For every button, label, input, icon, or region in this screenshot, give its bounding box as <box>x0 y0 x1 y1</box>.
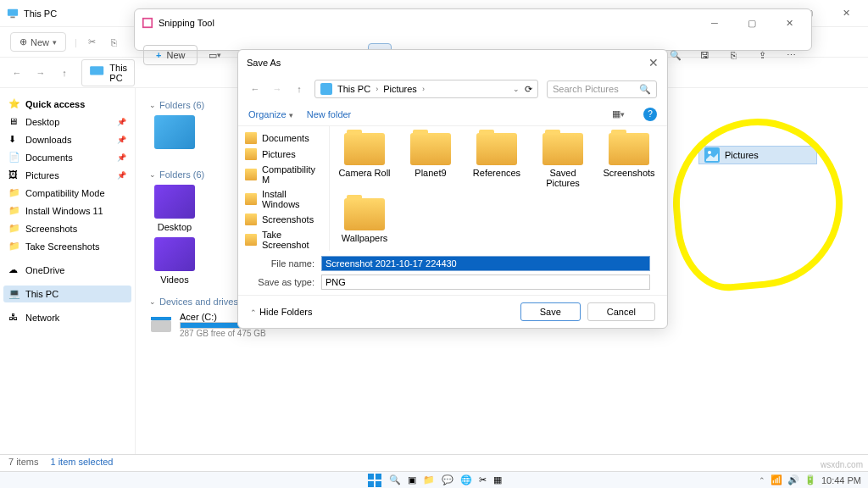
explorer-statusbar: 7 items 1 item selected <box>0 454 868 471</box>
saveas-search[interactable]: Search Pictures🔍 <box>547 80 657 98</box>
svg-point-6 <box>708 151 711 154</box>
taskbar[interactable]: 🔍 ▣ 📁 💬 🌐 ✂ ▦ ⌃ 📶 🔊 🔋 10:44 PM <box>0 471 868 488</box>
explorer-sidebar: ⭐ Quick access 🖥 Desktop 📌 ⬇ Downloads 📌… <box>0 88 136 454</box>
more-button[interactable]: ⋯ <box>779 43 803 67</box>
sidebar-item-quick-access[interactable]: ⭐ Quick access <box>3 96 131 113</box>
folder-icon <box>344 198 385 230</box>
sidebar-item-pictures[interactable]: 🖼 Pictures 📌 <box>3 167 131 184</box>
mode-dropdown[interactable]: ▭▾ <box>203 43 226 67</box>
desktop-tile[interactable]: Desktop <box>149 185 200 232</box>
documents-icon: 📄 <box>8 152 20 164</box>
copy-icon[interactable]: ⎘ <box>108 37 121 47</box>
snip-close[interactable]: ✕ <box>774 13 804 33</box>
saveas-back[interactable]: ← <box>248 84 262 94</box>
view-dropdown[interactable]: ▦ ▾ <box>606 103 630 126</box>
battery-icon[interactable]: 🔋 <box>804 474 816 485</box>
hide-folders-toggle[interactable]: ⌃ Hide Folders <box>250 307 312 317</box>
svg-rect-4 <box>151 317 171 320</box>
sidebar-item-network[interactable]: 🖧 Network <box>3 309 131 326</box>
wifi-icon[interactable]: 📶 <box>771 474 782 485</box>
folder-icon: 📁 <box>8 187 20 199</box>
sidebar-item-this-pc[interactable]: 💻 This PC <box>3 286 131 302</box>
folder-tile[interactable] <box>149 115 200 152</box>
pictures-item-highlighted[interactable]: Pictures <box>698 146 817 164</box>
back-button[interactable]: ← <box>10 68 24 78</box>
volume-icon[interactable]: 🔊 <box>787 474 799 485</box>
address-bar[interactable]: This PC <box>81 59 135 86</box>
network-icon: 🖧 <box>8 312 20 324</box>
app-icon[interactable]: ▦ <box>493 474 502 485</box>
sidebar-item-desktop[interactable]: 🖥 Desktop 📌 <box>3 114 131 130</box>
folder-references[interactable]: References <box>469 133 525 188</box>
sidebar-item-take-screenshots[interactable]: 📁 Take Screenshots <box>3 238 131 255</box>
saveas-sidebar-pictures[interactable]: Pictures <box>242 147 326 162</box>
saveas-sidebar-documents[interactable]: Documents <box>242 130 326 146</box>
help-button[interactable]: ? <box>643 108 657 121</box>
sidebar-item-screenshots[interactable]: 📁 Screenshots <box>3 220 131 237</box>
saveas-sidebar-install-windows[interactable]: Install Windows <box>242 187 326 211</box>
folder-icon: 📁 <box>8 241 20 252</box>
system-tray[interactable]: ⌃ 📶 🔊 🔋 10:44 PM <box>759 474 861 485</box>
svg-rect-7 <box>143 19 153 28</box>
folder-icon <box>245 132 257 144</box>
cancel-button[interactable]: Cancel <box>587 302 655 321</box>
saveas-forward[interactable]: → <box>270 84 284 94</box>
save-confirm-button[interactable]: Save <box>520 302 581 321</box>
saveas-sidebar: Documents Pictures Compatibility M Insta… <box>238 126 330 251</box>
newfolder-button[interactable]: New folder <box>307 109 352 119</box>
explorer-title: This PC <box>24 8 57 19</box>
saveas-sidebar-compatibility-m[interactable]: Compatibility M <box>242 163 326 186</box>
sidebar-item-downloads[interactable]: ⬇ Downloads 📌 <box>3 131 131 148</box>
snip-maximize[interactable]: ▢ <box>737 13 767 33</box>
videos-tile[interactable]: Videos <box>149 237 200 285</box>
saveas-folder-view[interactable]: Camera Roll Planet9 References Saved Pic… <box>330 126 667 251</box>
saveas-address-bar[interactable]: This PC› Pictures› ⌄ ⟳ <box>314 80 538 98</box>
teams-icon[interactable]: 💬 <box>442 474 453 485</box>
folder-icon <box>245 148 257 160</box>
folder-planet9[interactable]: Planet9 <box>403 133 459 188</box>
folder-saved-pictures[interactable]: Saved Pictures <box>535 133 591 188</box>
filename-input[interactable] <box>321 256 650 271</box>
cut-icon[interactable]: ✂ <box>86 36 99 47</box>
snip-taskbar-icon[interactable]: ✂ <box>479 474 487 485</box>
taskview-icon[interactable]: ▣ <box>408 474 416 485</box>
save-button[interactable]: 🖫 <box>693 43 716 67</box>
start-icon[interactable] <box>367 473 382 488</box>
snip-title: Snipping Tool <box>159 18 214 28</box>
tray-chevron-icon[interactable]: ⌃ <box>759 476 765 485</box>
new-button[interactable]: ⊕ New ▾ <box>10 32 66 52</box>
search-icon[interactable]: 🔍 <box>389 474 401 485</box>
pictures-icon <box>704 147 720 163</box>
saveas-up[interactable]: ↑ <box>292 84 306 94</box>
folder-icon: 📁 <box>8 205 20 217</box>
forward-button[interactable]: → <box>34 68 47 78</box>
clock[interactable]: 10:44 PM <box>821 475 861 485</box>
saveas-sidebar-take-screenshot[interactable]: Take Screenshot <box>242 228 326 251</box>
sidebar-item-onedrive[interactable]: ☁ OneDrive <box>3 262 131 279</box>
sidebar-item-compatibility-mode[interactable]: 📁 Compatibility Mode <box>3 185 131 202</box>
folder-wallpapers[interactable]: Wallpapers <box>337 198 392 243</box>
sidebar-item-install-windows-11[interactable]: 📁 Install Windows 11 <box>3 202 131 219</box>
star-icon: ⭐ <box>8 98 20 110</box>
sidebar-item-documents[interactable]: 📄 Documents 📌 <box>3 149 131 166</box>
svg-rect-9 <box>368 474 374 480</box>
share-button[interactable]: ⇪ <box>750 43 774 67</box>
folder-icon <box>609 133 649 165</box>
type-select[interactable]: PNG <box>321 274 650 290</box>
folder-camera-roll[interactable]: Camera Roll <box>337 133 392 188</box>
svg-rect-1 <box>10 16 14 18</box>
up-button[interactable]: ↑ <box>58 68 71 78</box>
snip-minimize[interactable]: ─ <box>699 13 730 33</box>
refresh-icon[interactable]: ⟳ <box>525 84 532 95</box>
saveas-sidebar-screenshots[interactable]: Screenshots <box>242 212 326 227</box>
save-as-dialog: Save As ✕ ← → ↑ This PC› Pictures› ⌄ ⟳ S… <box>237 49 668 329</box>
saveas-close-button[interactable]: ✕ <box>648 56 659 69</box>
explorer-taskbar-icon[interactable]: 📁 <box>423 474 435 485</box>
organize-dropdown[interactable]: Organize ▾ <box>248 109 293 119</box>
pc-icon <box>7 8 19 19</box>
chrome-icon[interactable]: 🌐 <box>460 474 472 485</box>
copy-button[interactable]: ⎘ <box>721 43 745 67</box>
snip-new-button[interactable]: +New <box>143 45 198 65</box>
folder-screenshots[interactable]: Screenshots <box>601 133 657 188</box>
close-button[interactable]: ✕ <box>831 3 861 24</box>
